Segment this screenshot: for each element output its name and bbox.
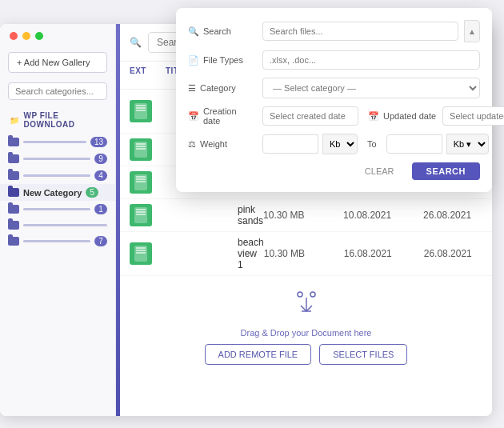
main-search-icon: 🔍 — [130, 37, 142, 48]
item-bar-3 — [23, 174, 90, 177]
weight-row: ⚖ Weight Kb To Kb ▾ — [188, 134, 480, 154]
sidebar-item-1[interactable]: 13 — [0, 134, 115, 150]
folder-icon-2 — [8, 154, 19, 163]
weight-to-group: Kb ▾ — [386, 134, 489, 154]
item-bar-7 — [23, 240, 90, 242]
file-date-modified: 26.08.2021 — [423, 210, 492, 221]
folder-icon-3 — [8, 171, 19, 180]
traffic-light-yellow[interactable] — [22, 32, 30, 40]
file-types-input[interactable] — [262, 50, 480, 70]
weight-to-label: To — [367, 139, 377, 149]
file-types-label: 📄 File Types — [188, 55, 256, 66]
file-date-added: 10.08.2021 — [343, 210, 423, 221]
dropdown-panel: 🔍 Search ▲ 📄 File Types ☰ Category — Sel… — [176, 8, 492, 192]
category-label: ☰ Category — [188, 83, 256, 94]
drop-buttons: ADD REMOTE FILE SELECT FILES — [205, 344, 408, 365]
item-count-4: 5 — [86, 187, 98, 198]
search-label: 🔍 Search — [188, 26, 256, 37]
sidebar-item-5[interactable]: 1 — [0, 201, 115, 218]
item-count-5: 1 — [94, 204, 107, 214]
sidebar-item-new-category[interactable]: New Category 5 — [0, 184, 115, 201]
svg-point-0 — [298, 292, 302, 297]
weight-label: ⚖ Weight — [188, 139, 256, 150]
table-row[interactable]: pink sands 10.30 MB 10.08.2021 26.08.202… — [120, 199, 492, 232]
item-count-7: 7 — [94, 236, 107, 246]
item-bar-5 — [23, 208, 90, 210]
dates-row: 📅 Creation date 📅 Updated date — [188, 106, 480, 126]
sidebar-section-title: 📁 WP FILE DOWNLOAD — [0, 108, 115, 134]
drop-text: Drag & Drop your Document here — [241, 328, 372, 338]
folder-icon-1 — [8, 138, 19, 146]
row-ext — [130, 100, 166, 122]
sidebar-item-2[interactable]: 9 — [0, 150, 115, 167]
weight-to-input[interactable] — [386, 134, 442, 154]
item-count-2: 9 — [94, 154, 107, 164]
file-thumb — [130, 171, 152, 194]
drop-area: Drag & Drop your Document here ADD REMOT… — [120, 276, 492, 377]
file-size: 10.30 MB — [264, 248, 344, 259]
panel-search-input[interactable] — [262, 22, 458, 41]
row-ext — [130, 242, 166, 265]
file-title: beach view 1 — [238, 237, 264, 270]
item-bar-2 — [23, 158, 90, 160]
traffic-lights — [10, 32, 43, 40]
file-types-row: 📄 File Types — [188, 50, 480, 70]
clear-button[interactable]: CLEAR — [354, 162, 406, 180]
search-row: 🔍 Search ▲ — [188, 20, 480, 42]
file-thumb-inner — [134, 174, 147, 190]
item-bar-1 — [23, 141, 86, 143]
sidebar-item-6[interactable] — [0, 218, 115, 233]
file-size: 10.30 MB — [263, 210, 343, 221]
drop-icon — [290, 288, 322, 322]
weight-unit-select-1[interactable]: Kb — [322, 134, 358, 154]
file-date-added: 16.08.2021 — [344, 248, 424, 259]
add-gallery-button[interactable]: + Add New Gallery — [8, 52, 107, 73]
row-ext — [130, 138, 166, 161]
sidebar-item-3[interactable]: 4 — [0, 167, 115, 184]
weight-from-group: Kb — [262, 134, 358, 154]
weight-from-input[interactable] — [262, 134, 318, 154]
creation-date-input[interactable] — [262, 106, 358, 126]
file-thumb — [130, 138, 152, 161]
col-ext: EXT — [130, 66, 166, 84]
file-thumb-inner — [134, 142, 147, 158]
folder-section-icon: 📁 — [10, 116, 20, 125]
file-thumb-inner — [134, 246, 147, 262]
table-row[interactable]: beach view 1 10.30 MB 16.08.2021 26.08.2… — [120, 232, 492, 276]
file-date-modified: 26.08.2021 — [424, 248, 492, 259]
search-icon: 🔍 — [188, 26, 199, 37]
calendar-icon-2: 📅 — [368, 111, 379, 122]
category-row: ☰ Category — Select category — — [188, 78, 480, 98]
folder-icon-6 — [8, 221, 19, 230]
item-count-1: 13 — [90, 137, 107, 147]
folder-icon-5 — [8, 205, 19, 214]
traffic-light-red[interactable] — [10, 32, 18, 40]
panel-search-button[interactable]: SEARCH — [412, 162, 480, 180]
category-search-input[interactable] — [8, 82, 107, 100]
item-bar-6 — [23, 224, 107, 226]
file-thumb — [130, 204, 152, 226]
search-arrow[interactable]: ▲ — [464, 20, 480, 42]
file-icon: 📄 — [188, 55, 199, 66]
calendar-icon: 📅 — [188, 111, 199, 122]
svg-point-1 — [310, 292, 315, 297]
sidebar-item-7[interactable]: 7 — [0, 233, 115, 250]
traffic-light-green[interactable] — [35, 32, 43, 40]
category-select[interactable]: — Select category — — [262, 78, 480, 98]
list-icon: ☰ — [188, 83, 196, 94]
updated-date-input[interactable] — [442, 106, 504, 126]
updated-date-label: 📅 Updated date — [368, 111, 436, 122]
new-category-label: New Category — [23, 188, 82, 198]
select-files-button[interactable]: SELECT FILES — [319, 344, 407, 365]
file-thumb-inner — [134, 207, 147, 223]
row-ext — [130, 171, 166, 194]
row-ext — [130, 204, 166, 226]
sidebar: + Add New Gallery 📁 WP FILE DOWNLOAD 13 … — [0, 24, 116, 416]
weight-unit-select-2[interactable]: Kb ▾ — [446, 134, 489, 154]
file-thumb — [130, 242, 152, 265]
folder-icon-4 — [8, 188, 19, 197]
item-count-3: 4 — [94, 170, 107, 181]
add-remote-file-button[interactable]: ADD REMOTE FILE — [205, 344, 312, 365]
file-thumb — [130, 100, 152, 122]
panel-actions: CLEAR SEARCH — [188, 162, 480, 180]
